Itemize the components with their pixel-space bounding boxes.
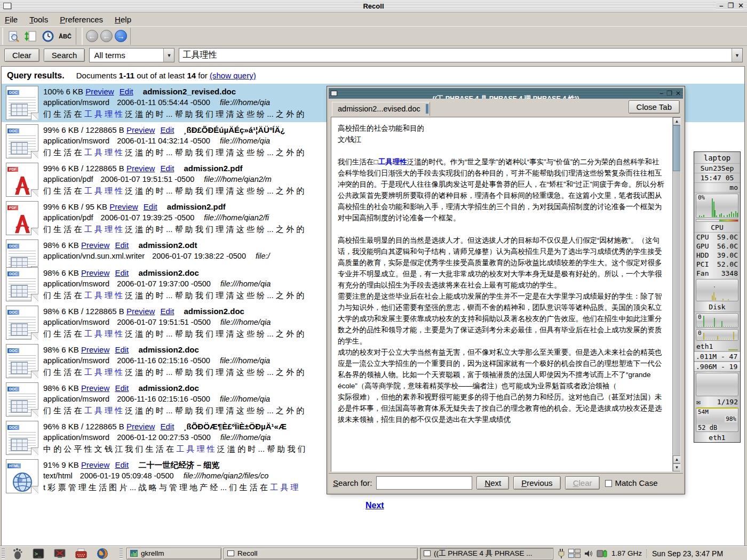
history-clock-icon[interactable] (41, 29, 55, 43)
edit-link[interactable]: Edit (115, 383, 129, 393)
scroll-up-icon[interactable]: ▲ (673, 117, 681, 125)
search-mode-select[interactable]: All terms ▼ (89, 48, 174, 62)
task-recoll[interactable]: Recoll (224, 548, 418, 559)
search-input[interactable] (179, 49, 732, 62)
next-page-link[interactable]: Next (365, 501, 384, 510)
preview-link[interactable]: Preview (126, 422, 155, 431)
edit-link[interactable]: Edit (144, 202, 157, 211)
file-name: admission2_revised.doc (143, 87, 236, 96)
preview-text[interactable]: 高校招生的社会功能和目的 文/钱江 我们生活在□工具理性泛滥的时代。作为“世之显… (331, 117, 672, 471)
maximize-icon[interactable]: ❐ (666, 90, 672, 97)
nav-forward-icon[interactable]: → (115, 30, 127, 42)
file-size: 9 KB (61, 460, 79, 469)
menu-file[interactable]: File (5, 15, 18, 24)
preview-scrollbar[interactable]: ▲ ▲ ▼ (672, 117, 680, 471)
search-button[interactable]: Search (44, 49, 85, 62)
preview-link[interactable]: Preview (126, 125, 155, 134)
minimize-icon[interactable]: – (659, 90, 663, 97)
toolbar-group-nav: ← ← → (82, 28, 131, 45)
query-combo[interactable]: ▼ (179, 48, 743, 62)
wifi-chart[interactable]: 54M 98% 52 dB (696, 407, 738, 432)
menu-tools[interactable]: Tools (29, 15, 48, 24)
temp-row: HDD39.0C (694, 251, 740, 260)
battery-icon[interactable] (597, 549, 607, 558)
preview-link[interactable]: Preview (81, 241, 109, 250)
close-icon[interactable]: ✕ (738, 2, 744, 10)
file-type-icon: DOC (6, 306, 38, 340)
clear-button[interactable]: Clear (4, 49, 39, 62)
preview-link[interactable]: Preview (81, 268, 109, 277)
scrollbar-thumb[interactable] (673, 125, 681, 171)
disk-section-label: Disk (694, 302, 740, 312)
minimize-icon[interactable]: – (719, 2, 723, 10)
match-case-option[interactable]: Match Case (605, 478, 657, 487)
matched-term: 工 具 理 性 (84, 291, 123, 300)
terminal-launcher-icon[interactable]: >_ (31, 547, 45, 560)
fan-chart[interactable] (696, 279, 738, 301)
preview-link[interactable]: Preview (126, 307, 155, 316)
edit-link[interactable]: Edit (161, 125, 174, 134)
edit-link[interactable]: Edit (161, 164, 174, 173)
gkrellm-panel[interactable]: laptop Sun23Sep 15:47 05 mo 0% CPU CPU59… (694, 151, 741, 443)
tab-admission2[interactable]: admission2...evised.doc (332, 102, 430, 116)
workspace-pager[interactable] (568, 549, 581, 558)
cpu-chart[interactable]: 0% (696, 194, 738, 218)
net-chart[interactable] (696, 373, 738, 396)
preview-titlebar[interactable]: ((工 PHRASE 4 具 PHRASE 4 理 PHRASE 4 性)) –… (329, 88, 683, 99)
taskbar-clock[interactable]: Sun Sep 23, 3:47 PM (646, 549, 729, 558)
maximize-icon[interactable]: ❐ (727, 2, 734, 10)
edit-link[interactable]: Edit (115, 241, 129, 250)
task-gkrellm[interactable]: gkrellm (126, 548, 221, 559)
preview-link[interactable]: Preview (109, 202, 138, 211)
panel-handle[interactable] (2, 548, 5, 559)
edit-link[interactable]: Edit (161, 422, 174, 431)
search-document-icon[interactable] (6, 29, 21, 43)
edit-link[interactable]: Edit (115, 345, 129, 354)
task-preview-phrase[interactable]: ((工 PHRASE 4 具 PHRASE ... (420, 548, 553, 559)
scroll-down-icon[interactable]: ▼ (673, 463, 681, 471)
panel-handle[interactable] (120, 548, 123, 559)
menu-help[interactable]: Help (115, 15, 131, 24)
svg-text:>_: >_ (35, 551, 42, 557)
edit-link[interactable]: Edit (115, 268, 129, 277)
chevron-down-icon[interactable]: ▼ (732, 49, 742, 62)
volume-icon[interactable] (584, 549, 593, 558)
preview-link[interactable]: Preview (81, 460, 109, 469)
edit-link[interactable]: Edit (120, 87, 133, 96)
file-name: admission2.pdf (184, 164, 243, 173)
main-titlebar[interactable]: Recoll – ❐ ✕ (0, 0, 747, 12)
firefox-launcher-icon[interactable] (96, 547, 109, 560)
chevron-down-icon[interactable]: ▼ (163, 49, 174, 62)
disk-chart-2[interactable]: 0 (696, 329, 738, 341)
sort-icon[interactable] (23, 29, 38, 43)
gnome-menu-icon[interactable] (10, 547, 24, 560)
show-query-link[interactable]: (show query) (210, 71, 256, 80)
results-range: 1-11 (119, 71, 134, 80)
tab-accent (426, 104, 428, 114)
find-clear-button[interactable]: Clear (565, 476, 600, 490)
preview-link[interactable]: Preview (81, 383, 109, 393)
nav-back-icon[interactable]: ← (100, 30, 113, 42)
find-next-button[interactable]: Next (476, 476, 509, 490)
close-icon[interactable]: ✕ (676, 90, 681, 97)
edit-link[interactable]: Edit (161, 307, 174, 316)
preview-link[interactable]: Preview (126, 164, 155, 173)
disk-chart-1[interactable]: 0 (696, 313, 738, 328)
typewriter-launcher-icon[interactable] (74, 547, 88, 560)
cpu-frequency: 1.87 GHz (611, 549, 642, 557)
scroll-up-icon[interactable]: ▲ (673, 455, 681, 463)
power-plug-icon[interactable] (558, 548, 565, 559)
preview-link[interactable]: Preview (81, 345, 109, 354)
net-rx-line: .011M - 47 (694, 351, 740, 362)
menu-preferences[interactable]: Preferences (60, 15, 103, 24)
term-explorer-icon[interactable]: ÅBĈ (58, 29, 73, 43)
nav-first-icon[interactable]: ← (86, 30, 98, 42)
display-off-launcher-icon[interactable] (53, 547, 67, 560)
match-case-checkbox[interactable] (605, 480, 612, 487)
preview-link[interactable]: Preview (85, 87, 114, 96)
find-previous-button[interactable]: Previous (513, 476, 560, 490)
find-input[interactable] (376, 476, 472, 490)
mail-row[interactable]: ✉ 1/192 (694, 397, 740, 406)
close-tab-button[interactable]: Close Tab (629, 100, 680, 114)
edit-link[interactable]: Edit (115, 460, 129, 469)
